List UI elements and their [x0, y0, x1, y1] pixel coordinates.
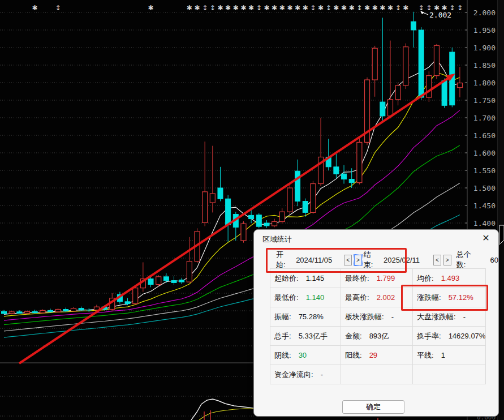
- start-next-button[interactable]: >: [354, 255, 362, 265]
- end-next-button[interactable]: >: [443, 255, 451, 265]
- stat-label: 阳线:: [345, 350, 362, 361]
- stat-label: 起始价:: [274, 273, 299, 284]
- stat-value: 57.12%: [449, 293, 473, 302]
- trading-app-window: ✱↕✱✱✱↕↕✱✱✱✱✱↕✱✱✱✱✱✱↕✱↕✱✱✱↕✱✱✱✱↕✱↕↕✱✱↕↕2.…: [0, 0, 504, 420]
- peak-price-annotation: 2.002: [429, 11, 451, 19]
- end-prev-button[interactable]: <: [433, 255, 441, 265]
- stat-label: 总手:: [274, 331, 291, 341]
- ok-button[interactable]: 确定: [342, 400, 404, 414]
- price-axis-label: 1.500: [473, 184, 496, 192]
- svg-text:✱: ✱: [225, 4, 231, 12]
- end-date-value: 2025/02/11: [384, 256, 420, 264]
- stat-cell: 金额:893亿: [341, 327, 413, 346]
- svg-text:✱: ✱: [32, 4, 38, 12]
- stat-cell: 最高价:2.002: [341, 288, 413, 307]
- svg-text:✱: ✱: [272, 4, 277, 12]
- stat-value: 75.28%: [299, 312, 324, 321]
- svg-text:✱: ✱: [148, 4, 154, 12]
- stat-label: 涨跌幅:: [417, 293, 441, 303]
- end-date-label: 结束:: [364, 250, 380, 270]
- svg-text:✱: ✱: [187, 4, 192, 12]
- stat-label: 资金净流向:: [274, 370, 313, 380]
- price-axis-label: 1.650: [473, 131, 496, 140]
- stat-cell: 阳线:29: [341, 346, 413, 365]
- svg-text:✱: ✱: [403, 4, 408, 12]
- stat-value: 30: [299, 351, 307, 359]
- stat-label: 金额:: [345, 331, 362, 341]
- svg-text:↕: ↕: [326, 4, 331, 12]
- svg-text:✱: ✱: [233, 4, 239, 12]
- price-axis-label: 1.450: [473, 202, 496, 210]
- start-date-value: 2024/11/05: [296, 256, 332, 264]
- price-axis-label: 1.700: [473, 114, 496, 122]
- svg-text:↕: ↕: [256, 4, 262, 12]
- stat-cell: 最终价:1.799: [341, 269, 413, 288]
- total-count-value: 60: [490, 256, 498, 264]
- stat-cell: [341, 365, 413, 384]
- stat-label: 最终价:: [345, 273, 369, 284]
- dialog-title: 区域统计: [262, 234, 292, 245]
- stat-value: 1.140: [306, 293, 325, 302]
- stat-label: 阴线:: [274, 350, 291, 361]
- stat-label: 大盘涨跌幅:: [417, 312, 456, 322]
- stat-value: 2.002: [377, 293, 395, 302]
- stat-cell: 振幅:75.28%: [270, 307, 341, 327]
- svg-text:✱: ✱: [341, 4, 347, 12]
- date-range-row: 开始: 2024/11/05 < > 结束: 2025/02/11 < > 总个…: [254, 252, 498, 267]
- svg-text:↕: ↕: [310, 4, 316, 12]
- price-axis-label: 1.400: [473, 219, 496, 228]
- svg-text:✱: ✱: [349, 4, 355, 12]
- stat-value: 1.145: [306, 274, 325, 282]
- svg-text:✱: ✱: [279, 4, 285, 12]
- stat-value: 14629.07%: [449, 332, 486, 340]
- stat-cell: 涨跌幅:57.12%: [413, 288, 486, 307]
- svg-text:✱: ✱: [380, 4, 385, 12]
- svg-text:✱: ✱: [303, 4, 308, 12]
- stat-value: 893亿: [369, 331, 389, 341]
- close-icon[interactable]: ✕: [480, 232, 492, 245]
- svg-text:✱: ✱: [364, 4, 370, 12]
- stat-cell: 最低价:1.140: [270, 288, 341, 307]
- stat-cell: 均价:1.493: [413, 269, 486, 288]
- stat-cell: 板块涨跌幅:-: [341, 307, 413, 327]
- stat-cell: 总手:5.33亿手: [270, 327, 341, 346]
- svg-text:✱: ✱: [217, 4, 223, 12]
- total-count-label: 总个数:: [456, 250, 480, 270]
- price-axis-label: 1.750: [473, 96, 496, 105]
- svg-text:✱: ✱: [295, 4, 300, 12]
- start-date-label: 开始:: [276, 250, 292, 270]
- svg-text:✱: ✱: [194, 4, 200, 12]
- stat-value: -: [463, 312, 466, 321]
- stat-value: -: [391, 312, 394, 321]
- svg-text:↕: ↕: [419, 4, 424, 12]
- stat-cell: [413, 365, 486, 384]
- price-axis-label: 1.950: [473, 26, 496, 35]
- svg-text:✱: ✱: [372, 4, 378, 12]
- stat-cell: 起始价:1.145: [270, 269, 341, 288]
- stat-cell: 平线:1: [413, 346, 486, 365]
- price-axis-label: 1.800: [473, 79, 496, 87]
- svg-text:↕: ↕: [55, 4, 61, 12]
- stats-grid: 起始价:1.145最终价:1.799均价:1.493最低价:1.140最高价:2…: [270, 268, 486, 384]
- stat-label: 换手率:: [417, 331, 441, 341]
- stat-cell: 资金净流向:-: [270, 365, 341, 384]
- svg-text:✱: ✱: [318, 4, 324, 12]
- region-stats-dialog[interactable]: 区域统计 ✕ 开始: 2024/11/05 < > 结束: 2025/02/11…: [253, 229, 499, 417]
- svg-text:✱: ✱: [387, 4, 393, 12]
- mouse-cursor: [497, 224, 504, 249]
- stat-value: 5.33亿手: [299, 331, 328, 341]
- stat-cell: 换手率:14629.07%: [413, 327, 486, 346]
- stat-value: -: [321, 370, 323, 379]
- stat-label: 板块涨跌幅:: [345, 312, 384, 322]
- stat-cell: 阴线:30: [270, 346, 341, 365]
- stat-value: 29: [369, 351, 377, 359]
- stat-label: 平线:: [417, 350, 434, 361]
- price-axis-label: 1.600: [473, 149, 496, 157]
- start-prev-button[interactable]: <: [344, 255, 352, 265]
- stat-value: 1.493: [441, 274, 460, 282]
- svg-text:↕: ↕: [202, 4, 208, 12]
- stat-label: 均价:: [417, 273, 434, 284]
- price-axis-label: 1.850: [473, 61, 496, 70]
- price-axis-label: 1.900: [473, 44, 496, 52]
- svg-text:↕: ↕: [395, 4, 401, 12]
